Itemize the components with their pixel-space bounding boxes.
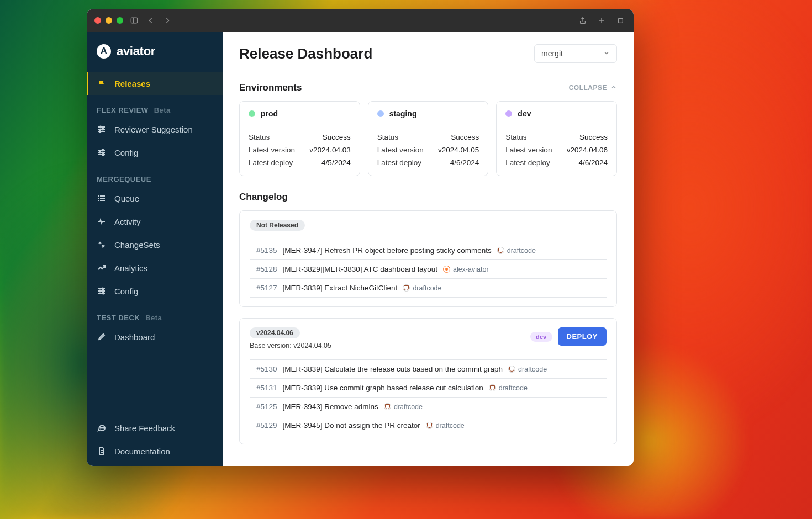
- pr-author: draftcode: [403, 284, 441, 292]
- pr-row[interactable]: #5135 [MER-3947] Refresh PR object befor…: [250, 241, 607, 260]
- sliders-icon: [97, 286, 107, 296]
- repo-selector[interactable]: mergit: [534, 44, 617, 63]
- sidebar-item-documentation[interactable]: Documentation: [87, 439, 223, 463]
- pr-author: draftcode: [489, 384, 528, 392]
- env-card-staging[interactable]: staging StatusSuccess Latest versionv202…: [368, 101, 489, 176]
- pr-id: #5127: [256, 284, 277, 292]
- sidebar-item-label: Share Feedback: [114, 423, 175, 433]
- sliders-icon: [97, 147, 107, 157]
- version-badge: Not Released: [250, 220, 305, 231]
- pr-row[interactable]: #5130 [MER-3839] Calculate the release c…: [250, 359, 607, 378]
- avatar-icon: [443, 266, 450, 273]
- environments-header: Environments COLLAPSE: [239, 82, 617, 93]
- pr-author: draftcode: [497, 247, 536, 255]
- pr-id: #5131: [256, 384, 277, 392]
- pr-title: [MER-3943] Remove admins: [283, 403, 378, 411]
- brand-name: aviator: [117, 44, 155, 59]
- pencil-icon: [97, 332, 107, 342]
- repo-selector-value: mergit: [541, 49, 563, 58]
- env-status-row: StatusSuccess: [505, 131, 608, 144]
- svg-point-9: [102, 129, 104, 130]
- beta-tag: Beta: [154, 106, 171, 114]
- env-card-header: prod: [249, 109, 351, 125]
- env-card-dev[interactable]: dev StatusSuccess Latest versionv2024.04…: [496, 101, 617, 176]
- maximize-window-button[interactable]: [117, 17, 123, 24]
- svg-point-28: [103, 293, 104, 294]
- sidebar-toggle-icon[interactable]: [129, 15, 140, 26]
- pr-title: [MER-3839] Extract NicheGitClient: [283, 284, 398, 292]
- sidebar-item-config-mq[interactable]: Config: [87, 279, 223, 303]
- heartbeat-icon: [97, 216, 107, 226]
- sidebar-item-dashboard[interactable]: Dashboard: [87, 325, 223, 348]
- pr-row[interactable]: #5129 [MER-3945] Do not assign the PR cr…: [250, 416, 607, 435]
- svg-point-27: [99, 290, 101, 292]
- author-name: draftcode: [436, 422, 465, 430]
- svg-rect-0: [131, 18, 137, 23]
- share-icon[interactable]: [577, 15, 588, 26]
- env-status-dot: [249, 110, 255, 117]
- sidebar-item-share-feedback[interactable]: Share Feedback: [87, 416, 223, 439]
- chat-icon: [97, 423, 107, 433]
- sidebar-item-releases[interactable]: Releases: [87, 72, 223, 95]
- sidebar-item-reviewer-suggestion[interactable]: Reviewer Suggestion: [87, 118, 223, 141]
- plus-icon[interactable]: [596, 15, 607, 26]
- changelog-card-header: Not Released: [250, 220, 607, 231]
- minimize-window-button[interactable]: [106, 17, 112, 24]
- nav-forward-icon[interactable]: [162, 15, 173, 26]
- changelog-title: Changelog: [239, 192, 617, 203]
- pr-row[interactable]: #5125 [MER-3943] Remove admins draftcode: [250, 397, 607, 416]
- avatar-icon: [508, 366, 515, 373]
- svg-point-16: [103, 154, 104, 156]
- sidebar-item-queue[interactable]: Queue: [87, 187, 223, 210]
- traffic-lights: [94, 17, 123, 24]
- svg-point-14: [102, 150, 104, 151]
- changelog-card: v2024.04.06 Base version: v2024.04.05 de…: [239, 318, 617, 444]
- environments-grid: prod StatusSuccess Latest versionv2024.0…: [239, 101, 617, 176]
- pr-author: draftcode: [426, 422, 465, 430]
- env-card-prod[interactable]: prod StatusSuccess Latest versionv2024.0…: [239, 101, 360, 176]
- sidebar-item-changesets[interactable]: ChangeSets: [87, 233, 223, 256]
- close-window-button[interactable]: [94, 17, 101, 24]
- pr-author: draftcode: [384, 403, 423, 411]
- sidebar-section-testdeck: TEST DECK Beta: [87, 303, 223, 325]
- author-name: draftcode: [507, 247, 536, 255]
- sidebar-section-mergequeue: MERGEQUEUE: [87, 164, 223, 187]
- version-badge: v2024.04.06: [250, 327, 300, 338]
- sidebar-item-label: Activity: [114, 217, 141, 226]
- env-version-row: Latest versionv2024.04.05: [377, 144, 479, 156]
- avatar-icon: [403, 284, 410, 292]
- deploy-button[interactable]: DEPLOY: [558, 327, 607, 346]
- macos-titlebar: [87, 9, 634, 32]
- beta-tag: Beta: [145, 314, 162, 322]
- env-name: dev: [518, 109, 531, 118]
- env-status-dot: [505, 110, 512, 117]
- app-window: A aviator Releases FLEX REVIEW Beta Revi…: [87, 9, 634, 466]
- app-body: A aviator Releases FLEX REVIEW Beta Revi…: [87, 32, 634, 466]
- sidebar-item-analytics[interactable]: Analytics: [87, 256, 223, 279]
- tabs-icon[interactable]: [615, 15, 626, 26]
- sidebar-section-flexreview: FLEX REVIEW Beta: [87, 95, 223, 118]
- trend-icon: [97, 263, 107, 273]
- env-status-row: StatusSuccess: [377, 131, 479, 144]
- pr-row[interactable]: #5127 [MER-3839] Extract NicheGitClient …: [250, 278, 607, 298]
- avatar-icon: [497, 247, 504, 254]
- sidebar-item-activity[interactable]: Activity: [87, 210, 223, 233]
- env-deploy-row: Latest deploy4/5/2024: [249, 156, 351, 169]
- author-name: draftcode: [413, 284, 441, 292]
- pr-title: [MER-3947] Refresh PR object before post…: [283, 246, 492, 255]
- brand[interactable]: A aviator: [87, 32, 223, 72]
- pr-row[interactable]: #5131 [MER-3839] Use commit graph based …: [250, 378, 607, 397]
- sidebar-item-label: Config: [114, 287, 138, 296]
- avatar-icon: [489, 384, 496, 391]
- pr-row[interactable]: #5128 [MER-3829][MER-3830] ATC dashboard…: [250, 260, 607, 278]
- sidebar-item-config-flex[interactable]: Config: [87, 141, 223, 164]
- avatar-icon: [426, 422, 433, 429]
- sidebar-item-label: Reviewer Suggestion: [114, 125, 193, 134]
- pr-author: draftcode: [508, 366, 547, 373]
- env-deploy-row: Latest deploy4/6/2024: [505, 156, 608, 169]
- pr-id: #5135: [256, 246, 277, 255]
- nav-back-icon[interactable]: [145, 15, 156, 26]
- svg-point-10: [99, 131, 101, 133]
- collapse-button[interactable]: COLLAPSE: [569, 84, 617, 92]
- pr-id: #5130: [256, 365, 277, 373]
